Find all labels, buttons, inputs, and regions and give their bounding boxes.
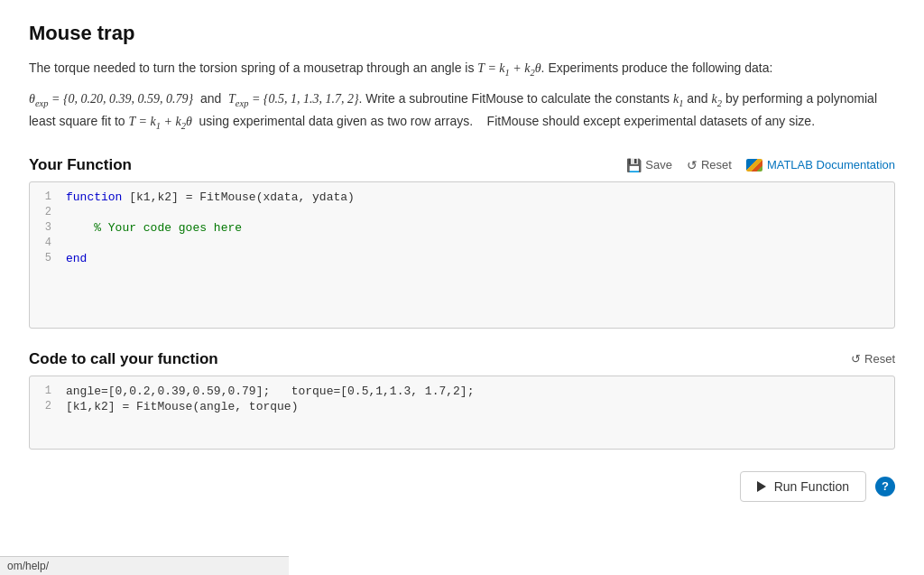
run-function-button[interactable]: Run Function — [740, 471, 866, 502]
page-title: Mouse trap — [29, 22, 895, 45]
call-function-editor[interactable]: 1 angle=[0,0.2,0.39,0.59,0.79]; torque=[… — [29, 376, 895, 450]
your-function-title: Your Function — [29, 156, 132, 174]
call-function-toolbar: ↺ Reset — [851, 352, 895, 366]
call-function-title: Code to call your function — [29, 350, 218, 368]
your-function-code: 1 function [k1,k2] = FitMouse(xdata, yda… — [30, 182, 894, 274]
reset-call-button[interactable]: ↺ Reset — [851, 352, 895, 366]
reset-icon: ↺ — [687, 158, 698, 172]
your-function-editor[interactable]: 1 function [k1,k2] = FitMouse(xdata, yda… — [29, 181, 895, 329]
save-icon: 💾 — [626, 158, 642, 172]
bottom-bar: Run Function ? — [29, 471, 895, 502]
code-line-2: 2 — [30, 205, 894, 220]
your-function-header: Your Function 💾 Save ↺ Reset MATLAB Docu… — [29, 156, 895, 174]
call-code-line-2: 2 [k1,k2] = FitMouse(angle, torque) — [30, 399, 894, 414]
call-code-line-1: 1 angle=[0,0.2,0.39,0.59,0.79]; torque=[… — [30, 384, 894, 399]
code-empty-space — [30, 274, 894, 328]
code-line-5: 5 end — [30, 251, 894, 266]
save-button[interactable]: 💾 Save — [626, 158, 672, 172]
matlab-icon — [746, 159, 762, 172]
your-function-toolbar: 💾 Save ↺ Reset MATLAB Documentation — [626, 158, 895, 172]
call-code-empty — [30, 422, 894, 449]
code-line-3: 3 % Your code goes here — [30, 220, 894, 236]
code-line-1: 1 function [k1,k2] = FitMouse(xdata, yda… — [30, 190, 894, 205]
help-button[interactable]: ? — [875, 477, 895, 496]
matlab-doc-button[interactable]: MATLAB Documentation — [746, 158, 895, 172]
play-icon — [757, 481, 766, 492]
problem-description: The torque needed to turn the torsion sp… — [29, 58, 895, 134]
reset-call-icon: ↺ — [851, 352, 861, 366]
call-function-header: Code to call your function ↺ Reset — [29, 350, 895, 368]
call-function-code: 1 angle=[0,0.2,0.39,0.59,0.79]; torque=[… — [30, 376, 894, 422]
reset-function-button[interactable]: ↺ Reset — [687, 158, 732, 172]
code-line-4: 4 — [30, 236, 894, 251]
